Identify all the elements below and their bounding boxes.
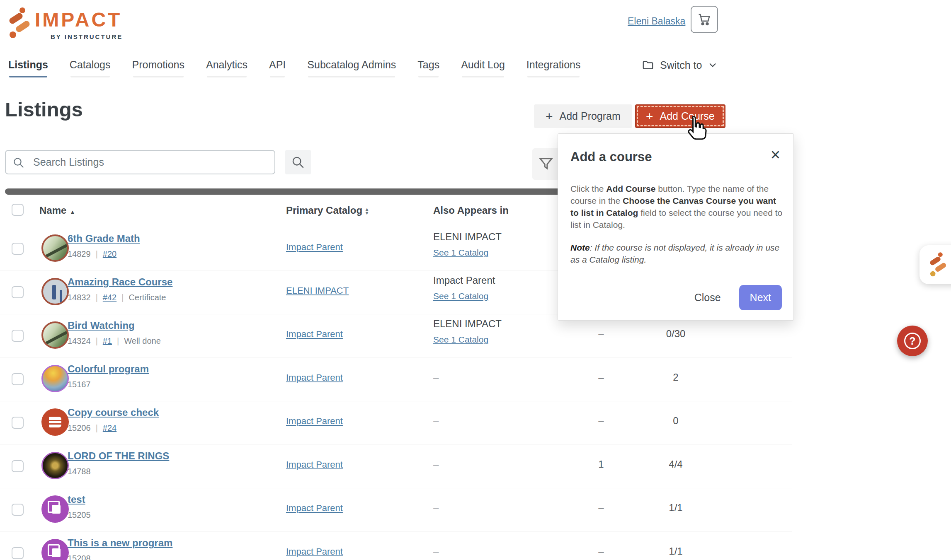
course-number-link[interactable]: #1 [103,336,112,346]
popover-title: Add a course [570,150,781,164]
waitlist-count: – [587,415,616,427]
course-avatar [41,495,69,523]
course-name-link[interactable]: This is a new program [68,537,172,549]
course-meta: 14324 | #1 | Well done [68,336,161,346]
tab-tags[interactable]: Tags [417,59,439,77]
course-avatar [41,234,69,262]
course-number-link[interactable]: #24 [103,423,116,433]
help-icon: ? [904,333,921,349]
popover-next-button[interactable]: Next [739,285,782,310]
waitlist-count: – [587,328,616,340]
add-program-button[interactable]: + Add Program [534,104,632,128]
row-checkbox[interactable] [12,330,24,342]
course-id: 14324 [68,336,91,346]
search-submit-button[interactable] [285,150,311,174]
search-icon [291,155,305,169]
switch-to-menu[interactable]: Switch to [642,59,718,71]
course-id: 15206 [68,423,91,433]
column-header-also-appears-in: Also Appears in [433,205,509,216]
course-meta: 14788 [68,467,91,476]
page-title: Listings [5,98,83,121]
course-id: 15208 [68,554,91,560]
row-checkbox[interactable] [12,460,24,472]
sort-ascending-icon: ▲ [70,209,75,215]
row-checkbox[interactable] [12,243,24,255]
course-meta: 14829 | #20 [68,249,116,259]
impact-mark-icon [927,251,949,278]
cart-button[interactable] [691,6,718,33]
also-appears-in-empty: – [433,459,439,470]
course-meta: 15167 [68,380,91,389]
course-meta: 14832 | #42 | Certificate [68,293,166,302]
column-header-primary-catalog[interactable]: Primary Catalog▴▾ [286,205,368,216]
see-catalog-link[interactable]: See 1 Catalog [433,291,488,301]
primary-catalog-link[interactable]: Impact Parent [286,416,343,427]
plus-icon: + [546,110,553,123]
row-checkbox[interactable] [12,373,24,385]
course-tag: Well done [124,336,161,346]
tab-integrations[interactable]: Integrations [526,59,581,77]
add-course-button[interactable]: + Add Course [635,104,725,128]
select-all-checkbox[interactable] [12,204,24,216]
filter-button[interactable] [532,148,560,180]
tab-listings[interactable]: Listings [8,59,48,77]
course-name-link[interactable]: 6th Grade Math [68,233,140,244]
primary-catalog-link[interactable]: ELENI IMPACT [286,285,349,296]
chevron-down-icon [708,60,718,70]
course-avatar [41,278,69,305]
course-tag: Certificate [129,293,166,302]
course-name-link[interactable]: test [68,494,85,505]
tab-subcatalog-admins[interactable]: Subcatalog Admins [307,59,396,77]
close-icon[interactable]: × [768,144,783,165]
course-meta: 15206 | #24 [68,423,116,433]
popover-close-button[interactable]: Close [692,291,723,304]
help-button[interactable]: ? [897,326,928,356]
course-number-link[interactable]: #20 [103,249,116,259]
see-catalog-link[interactable]: See 1 Catalog [433,248,488,258]
row-checkbox[interactable] [12,286,24,298]
also-appears-in-empty: – [433,415,439,427]
course-id: 15205 [68,510,91,520]
course-id: 14788 [68,467,91,476]
row-checkbox[interactable] [12,504,24,516]
tab-analytics[interactable]: Analytics [206,59,247,77]
primary-catalog-link[interactable]: Impact Parent [286,459,343,470]
waitlist-count: – [587,546,616,557]
enrollment-count: 0/30 [653,328,699,340]
primary-catalog-link[interactable]: Impact Parent [286,329,343,340]
course-name-link[interactable]: Colorful program [68,363,149,375]
primary-catalog-link[interactable]: Impact Parent [286,242,343,253]
column-header-name[interactable]: Name▲ [39,205,75,216]
tab-catalogs[interactable]: Catalogs [70,59,111,77]
also-appears-in-text: ELENI IMPACT [433,318,502,330]
row-checkbox[interactable] [12,417,24,429]
also-appears-in-empty: – [433,502,439,514]
tab-audit-log[interactable]: Audit Log [461,59,505,77]
shopping-cart-icon [696,12,712,27]
see-catalog-link[interactable]: See 1 Catalog [433,335,488,345]
course-avatar [41,539,69,560]
popover-note: Note: If the course is not displayed, it… [570,241,784,266]
impact-side-tab[interactable] [919,245,951,284]
course-name-link[interactable]: LORD OF THE RINGS [68,450,169,462]
tab-api[interactable]: API [269,59,286,77]
course-name-link[interactable]: Copy course check [68,407,159,418]
search-icon [12,157,25,169]
course-name-link[interactable]: Amazing Race Course [68,276,172,288]
row-checkbox[interactable] [12,547,24,559]
primary-catalog-link[interactable]: Impact Parent [286,503,343,514]
enrollment-count: 1/1 [653,546,699,557]
add-course-popover: Add a course × Click the Add Course butt… [558,133,794,321]
course-name-link[interactable]: Bird Watching [68,320,135,331]
course-avatar [41,321,69,349]
table-row: test 15205 Impact Parent – – 1/1 [0,488,792,532]
search-input[interactable] [5,150,275,174]
impact-logo-icon [6,6,32,41]
enrollment-count: 0 [653,415,699,427]
course-number-link[interactable]: #42 [103,293,116,302]
user-account-link[interactable]: Eleni Balaska [628,16,685,27]
tab-promotions[interactable]: Promotions [132,59,184,77]
primary-catalog-link[interactable]: Impact Parent [286,546,343,557]
also-appears-in-text: Impact Parent [433,275,495,286]
primary-catalog-link[interactable]: Impact Parent [286,372,343,383]
